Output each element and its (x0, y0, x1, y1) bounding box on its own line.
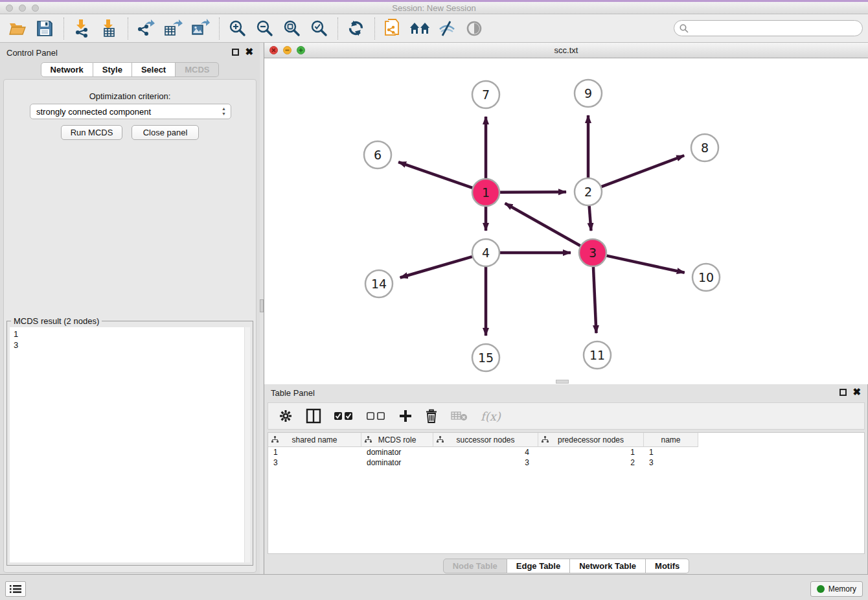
first-neighbors-icon[interactable] (409, 18, 431, 39)
task-history-button[interactable] (5, 581, 26, 597)
table-row-2[interactable]: 3dominator323 (268, 457, 864, 468)
import-table-icon[interactable] (98, 18, 120, 39)
cell-shared-name[interactable]: 1 (268, 447, 361, 457)
graph-edge-3-1[interactable] (505, 203, 580, 246)
new-network-from-selection-icon[interactable] (382, 18, 404, 39)
graph-node-10[interactable]: 10 (692, 264, 720, 291)
graph-node-11[interactable]: 11 (584, 341, 611, 369)
export-network-icon[interactable] (135, 18, 157, 39)
search-field[interactable] (674, 20, 863, 36)
column-header-shared-name[interactable]: shared name (268, 433, 361, 447)
tab-motifs[interactable]: Motifs (646, 559, 689, 573)
close-panel-icon[interactable]: ✖ (245, 46, 253, 58)
tab-edge-table[interactable]: Edge Table (507, 559, 570, 573)
column-label: successor nodes (456, 435, 514, 444)
node-table[interactable]: shared nameMCDS rolesuccessor nodesprede… (268, 432, 865, 554)
save-session-icon[interactable] (34, 18, 56, 39)
graph-edge-1-2[interactable] (500, 192, 566, 192)
cell-predecessor-nodes[interactable]: 2 (538, 457, 644, 468)
column-header-predecessor-nodes[interactable]: predecessor nodes (538, 433, 644, 447)
cell-successor-nodes[interactable]: 3 (433, 457, 538, 468)
tab-network-table[interactable]: Network Table (570, 559, 646, 573)
table-options-icon[interactable] (279, 406, 293, 426)
tab-node-table[interactable]: Node Table (443, 559, 507, 573)
cell-mcds-role[interactable]: dominator (361, 457, 433, 468)
memory-button[interactable]: Memory (810, 581, 863, 597)
graph-node-6[interactable]: 6 (364, 141, 391, 168)
cell-successor-nodes[interactable]: 4 (433, 447, 538, 457)
graph-edge-1-6[interactable] (398, 162, 472, 188)
hide-selected-icon[interactable] (436, 18, 458, 39)
function-builder-icon[interactable]: f(x) (481, 406, 501, 426)
graph-node-14[interactable]: 14 (365, 270, 393, 297)
node-table-header: shared nameMCDS rolesuccessor nodesprede… (268, 433, 864, 447)
graph-edge-3-10[interactable] (606, 256, 684, 273)
zoom-selected-icon[interactable] (308, 18, 330, 39)
close-table-panel-icon[interactable]: ✖ (852, 386, 861, 398)
graph-edge-2-8[interactable] (602, 156, 685, 187)
graph-node-1[interactable]: 1 (472, 179, 499, 206)
criterion-dropdown[interactable]: strongly connected component ▲▼ (30, 104, 231, 119)
show-all-icon[interactable] (463, 18, 485, 39)
run-mcds-button[interactable]: Run MCDS (61, 125, 122, 140)
cell-name[interactable]: 3 (644, 457, 698, 468)
tab-style[interactable]: Style (93, 62, 132, 77)
cell-mcds-role[interactable]: dominator (361, 447, 433, 457)
divider-grip[interactable] (260, 299, 264, 312)
cell-predecessor-nodes[interactable]: 1 (538, 447, 644, 457)
tab-mcds[interactable]: MCDS (176, 62, 219, 77)
result-scrollbar[interactable] (244, 327, 250, 562)
panel-divider[interactable] (260, 43, 264, 574)
column-header-successor-nodes[interactable]: successor nodes (433, 433, 538, 447)
export-table-icon[interactable] (162, 18, 184, 39)
close-panel-button[interactable]: Close panel (131, 125, 199, 140)
tab-network[interactable]: Network (41, 62, 93, 77)
search-input[interactable] (692, 23, 854, 33)
graph-node-15[interactable]: 15 (472, 344, 499, 371)
mcds-result-textarea[interactable]: 1 3 (10, 327, 250, 562)
table-toolbar: f(x) (268, 402, 865, 430)
graph-edge-4-14[interactable] (400, 257, 472, 277)
graph-node-8[interactable]: 8 (691, 134, 718, 161)
cell-name[interactable]: 1 (644, 447, 698, 457)
graph-edge-3-11[interactable] (593, 267, 597, 333)
graph-node-9[interactable]: 9 (575, 80, 602, 107)
import-network-icon[interactable] (71, 18, 93, 39)
float-table-panel-icon[interactable] (839, 389, 847, 396)
network-graph[interactable]: 7968124314101511 (264, 58, 868, 384)
tab-select[interactable]: Select (132, 62, 176, 77)
apply-layout-icon[interactable] (345, 18, 367, 39)
column-browser-icon[interactable] (306, 406, 321, 426)
delete-column-icon[interactable] (425, 406, 438, 426)
open-session-icon[interactable] (6, 18, 29, 39)
zoom-out-icon[interactable] (253, 18, 275, 39)
select-all-icon[interactable] (334, 406, 354, 426)
cell-shared-name[interactable]: 3 (268, 457, 361, 468)
column-header-mcds-role[interactable]: MCDS role (361, 433, 433, 447)
graph-edge-2-3[interactable] (589, 206, 591, 231)
table-row-1[interactable]: 1dominator411 (268, 447, 864, 457)
toolbar-separator (337, 17, 338, 40)
app-title: Session: New Session (0, 3, 868, 13)
graph-node-7[interactable]: 7 (472, 81, 499, 108)
svg-text:8: 8 (701, 141, 709, 155)
add-column-icon[interactable] (399, 406, 412, 426)
horizontal-divider-grip[interactable] (556, 380, 569, 384)
mcds-tab-content: Optimization criterion: strongly connect… (3, 79, 257, 573)
deselect-all-icon[interactable] (367, 406, 386, 426)
delete-table-icon[interactable] (451, 406, 468, 426)
graph-node-2[interactable]: 2 (575, 178, 602, 205)
graph-node-4[interactable]: 4 (472, 239, 499, 266)
zoom-fit-icon[interactable] (280, 18, 303, 39)
float-panel-icon[interactable] (232, 49, 239, 56)
network-canvas[interactable]: 7968124314101511 (264, 58, 868, 384)
zoom-in-icon[interactable] (226, 18, 248, 39)
column-header-name[interactable]: name (644, 433, 698, 447)
graph-node-3[interactable]: 3 (579, 239, 606, 266)
mcds-result-text: 1 3 (10, 327, 250, 352)
main-toolbar (0, 14, 868, 43)
export-image-icon[interactable] (189, 18, 211, 39)
mcds-result-group: MCDS result (2 nodes) 1 3 (6, 321, 253, 566)
network-window-titlebar[interactable]: scc.txt (264, 43, 868, 58)
optimization-criterion-label: Optimization criterion: (4, 91, 256, 101)
